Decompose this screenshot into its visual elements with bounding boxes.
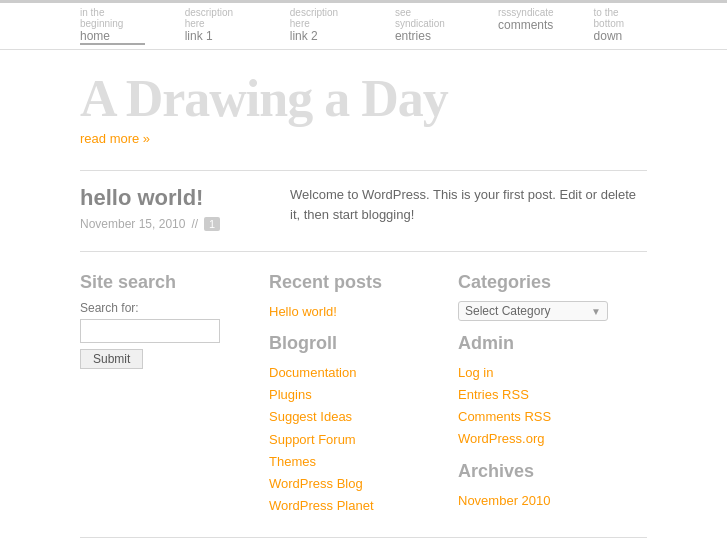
nav-item-home[interactable]: in the beginninghome — [80, 7, 145, 45]
post-date: November 15, 2010 — [80, 217, 185, 231]
search-button[interactable]: Search — [80, 349, 143, 369]
blogroll-link[interactable]: Plugins — [269, 384, 438, 406]
search-widget: Site search Search for: Search — [80, 272, 269, 517]
chevron-down-icon: ▼ — [591, 306, 601, 317]
nav-label: entries — [395, 29, 458, 43]
post-left: hello world! November 15, 2010 // 1 — [80, 185, 260, 231]
archives-link[interactable]: November 2010 — [458, 490, 627, 512]
nav-label: link 1 — [185, 29, 250, 43]
blogroll-link[interactable]: Suggest Ideas — [269, 406, 438, 428]
site-title: A Drawing a Day — [80, 70, 647, 127]
posts-blogroll-widget: Recent posts Hello world! Blogroll Docum… — [269, 272, 458, 517]
page-footer: Wu Wei by Jeff Ngan back to the top — [80, 537, 647, 545]
divider-bottom — [80, 251, 647, 252]
nav-desc: rsssyndicate — [498, 7, 554, 18]
recent-posts-list: Hello world! — [269, 301, 438, 323]
post-meta: November 15, 2010 // 1 — [80, 217, 260, 231]
archives-list: November 2010 — [458, 490, 627, 512]
blogroll-link[interactable]: Themes — [269, 451, 438, 473]
nav-item-comments[interactable]: rsssyndicatecomments — [498, 7, 554, 32]
post-comment-count: 1 — [204, 217, 220, 231]
admin-link[interactable]: WordPress.org — [458, 428, 627, 450]
widgets-row: Site search Search for: Search Recent po… — [80, 272, 647, 517]
recent-post-link[interactable]: Hello world! — [269, 301, 438, 323]
post-area: hello world! November 15, 2010 // 1 Welc… — [80, 185, 647, 231]
nav-desc: to the bottom — [594, 7, 647, 29]
admin-link[interactable]: Log in — [458, 362, 627, 384]
main-content: A Drawing a Day read more » hello world!… — [0, 50, 727, 537]
blogroll-link[interactable]: Documentation — [269, 362, 438, 384]
admin-title: Admin — [458, 333, 627, 354]
blogroll-title: Blogroll — [269, 333, 438, 354]
blogroll-link[interactable]: Support Forum — [269, 429, 438, 451]
nav-item-link2[interactable]: description herelink 2 — [290, 7, 355, 43]
search-input[interactable] — [80, 319, 220, 343]
post-title: hello world! — [80, 185, 260, 211]
blogroll-list: DocumentationPluginsSuggest IdeasSupport… — [269, 362, 438, 517]
search-widget-label: Search for: — [80, 301, 249, 315]
admin-link[interactable]: Comments RSS — [458, 406, 627, 428]
blogroll-link[interactable]: WordPress Blog — [269, 473, 438, 495]
blogroll-link[interactable]: WordPress Planet — [269, 495, 438, 517]
nav-label: link 2 — [290, 29, 355, 43]
post-content: Welcome to WordPress. This is your first… — [290, 185, 647, 231]
divider-top — [80, 170, 647, 171]
nav-item-down[interactable]: to the bottomdown — [594, 7, 647, 43]
nav-desc: in the beginning — [80, 7, 145, 29]
nav-desc: description here — [185, 7, 250, 29]
category-select[interactable]: Select Category ▼ — [458, 301, 608, 321]
archives-title: Archives — [458, 461, 627, 482]
post-separator: // — [191, 217, 198, 231]
category-select-label: Select Category — [465, 304, 587, 318]
nav-label: comments — [498, 18, 554, 32]
categories-title: Categories — [458, 272, 627, 293]
nav-item-link1[interactable]: description herelink 1 — [185, 7, 250, 43]
nav-desc: description here — [290, 7, 355, 29]
navigation-bar: in the beginninghomedescription herelink… — [0, 0, 727, 50]
read-more-link[interactable]: read more » — [80, 131, 150, 146]
categories-admin-widget: Categories Select Category ▼ Admin Log i… — [458, 272, 647, 517]
nav-item-entries[interactable]: see syndicationentries — [395, 7, 458, 43]
search-widget-title: Site search — [80, 272, 249, 293]
nav-label: home — [80, 29, 145, 45]
nav-label: down — [594, 29, 647, 43]
admin-link[interactable]: Entries RSS — [458, 384, 627, 406]
admin-list: Log inEntries RSSComments RSSWordPress.o… — [458, 362, 627, 450]
nav-desc: see syndication — [395, 7, 458, 29]
recent-posts-title: Recent posts — [269, 272, 438, 293]
